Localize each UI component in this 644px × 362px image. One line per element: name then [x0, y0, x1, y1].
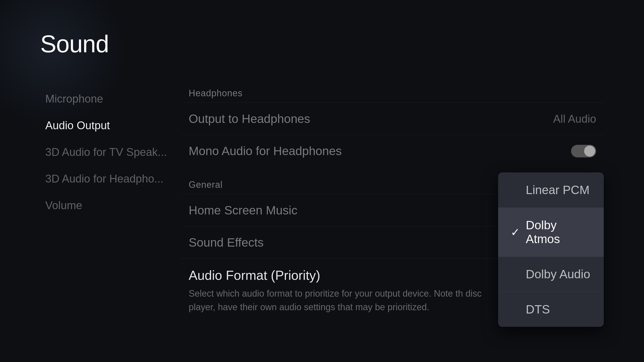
dropdown-item-dts[interactable]: DTS [498, 292, 604, 327]
sidebar-item-3d-tv[interactable]: 3D Audio for TV Speak... [40, 139, 171, 165]
headphones-section-header: Headphones [181, 83, 604, 103]
output-to-headphones-label: Output to Headphones [189, 112, 310, 126]
dropdown-item-linear-pcm[interactable]: Linear PCM [498, 172, 604, 208]
home-screen-music-label: Home Screen Music [189, 203, 297, 217]
sidebar-item-audio-output[interactable]: Audio Output [40, 112, 171, 139]
sound-effects-label: Sound Effects [189, 236, 264, 249]
mono-audio-toggle-knob [584, 146, 595, 157]
output-to-headphones-row[interactable]: Output to Headphones All Audio [181, 103, 604, 135]
mono-audio-row[interactable]: Mono Audio for Headphones [181, 135, 604, 167]
dropdown-item-dolby-atmos[interactable]: ✓ Dolby Atmos [498, 208, 604, 257]
sidebar: Microphone Audio Output 3D Audio for TV … [40, 83, 171, 334]
page-title: Sound [40, 30, 604, 58]
mono-audio-label: Mono Audio for Headphones [189, 144, 342, 158]
sidebar-item-volume[interactable]: Volume [40, 192, 171, 219]
sidebar-item-3d-headphone[interactable]: 3D Audio for Headpho... [40, 165, 171, 192]
checkmark-dolby-atmos: ✓ [511, 226, 520, 239]
output-to-headphones-value: All Audio [553, 113, 596, 125]
mono-audio-toggle[interactable] [571, 145, 596, 157]
sidebar-item-microphone[interactable]: Microphone [40, 85, 171, 112]
audio-format-dropdown: Linear PCM ✓ Dolby Atmos Dolby Audio DTS [498, 172, 604, 327]
dropdown-item-dolby-audio[interactable]: Dolby Audio [498, 257, 604, 292]
audio-format-desc: Select which audio format to prioritize … [189, 287, 491, 314]
